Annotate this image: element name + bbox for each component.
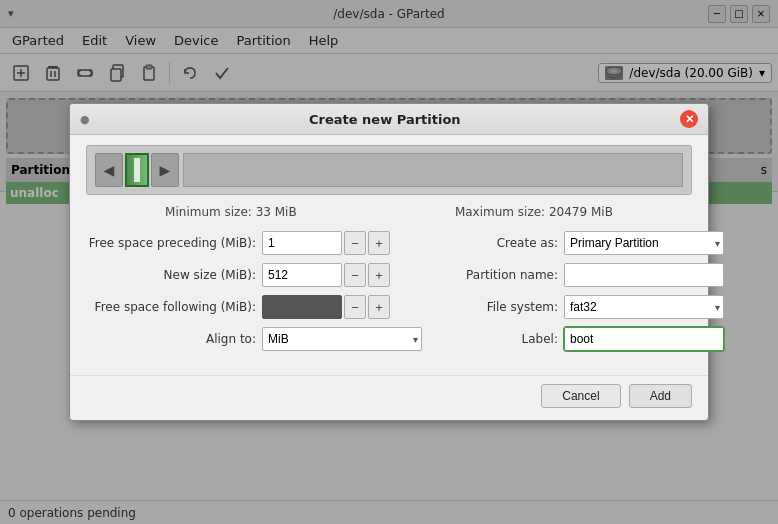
align-to-row: Align to: MiB None Cylinder ▾	[86, 327, 422, 351]
free-space-preceding-spingroup: − +	[262, 231, 390, 255]
free-space-following-row: Free space following (MiB): − +	[86, 295, 422, 319]
free-space-preceding-input[interactable]	[262, 231, 342, 255]
file-system-select-wrapper: fat32 ext4 ntfs ▾	[564, 295, 724, 319]
partition-preview: ◀ ▶	[86, 145, 692, 195]
partition-gray-bar	[183, 153, 683, 187]
create-as-select-wrapper: Primary Partition Extended Partition Log…	[564, 231, 724, 255]
free-space-following-label: Free space following (MiB):	[86, 300, 256, 314]
partition-block-inner	[134, 158, 140, 182]
dialog-buttons: Cancel Add	[70, 375, 708, 420]
modal-overlay: ● Create new Partition ✕ ◀ ▶ Minimum siz…	[0, 0, 778, 524]
cancel-button[interactable]: Cancel	[541, 384, 620, 408]
free-space-following-increase[interactable]: +	[368, 295, 390, 319]
partition-name-label: Partition name:	[438, 268, 558, 282]
free-space-following-input[interactable]	[262, 295, 342, 319]
label-input[interactable]	[564, 327, 724, 351]
align-to-select[interactable]: MiB None Cylinder	[262, 327, 422, 351]
free-space-preceding-increase[interactable]: +	[368, 231, 390, 255]
free-space-preceding-decrease[interactable]: −	[344, 231, 366, 255]
new-size-label: New size (MiB):	[86, 268, 256, 282]
arrow-left-button[interactable]: ◀	[95, 153, 123, 187]
new-size-row: New size (MiB): − +	[86, 263, 422, 287]
dialog-title-text: ●	[80, 113, 90, 126]
file-system-select[interactable]: fat32 ext4 ntfs	[564, 295, 724, 319]
form-left-col: Free space preceding (MiB): − + New size…	[86, 231, 422, 351]
file-system-label: File system:	[438, 300, 558, 314]
free-space-preceding-row: Free space preceding (MiB): − +	[86, 231, 422, 255]
free-space-following-decrease[interactable]: −	[344, 295, 366, 319]
partition-block	[125, 153, 149, 187]
dialog-title-bar: ● Create new Partition ✕	[70, 104, 708, 135]
minimum-size-text: Minimum size: 33 MiB	[165, 205, 297, 219]
new-size-increase[interactable]: +	[368, 263, 390, 287]
label-row: Label:	[438, 327, 724, 351]
new-size-input[interactable]	[262, 263, 342, 287]
create-as-row: Create as: Primary Partition Extended Pa…	[438, 231, 724, 255]
align-to-label: Align to:	[86, 332, 256, 346]
size-info: Minimum size: 33 MiB Maximum size: 20479…	[86, 205, 692, 219]
form-grid: Free space preceding (MiB): − + New size…	[86, 231, 692, 351]
create-as-label: Create as:	[438, 236, 558, 250]
create-partition-dialog: ● Create new Partition ✕ ◀ ▶ Minimum siz…	[69, 103, 709, 421]
free-space-following-spingroup: − +	[262, 295, 390, 319]
arrow-right-button[interactable]: ▶	[151, 153, 179, 187]
form-right-col: Create as: Primary Partition Extended Pa…	[438, 231, 724, 351]
partition-name-input[interactable]	[564, 263, 724, 287]
new-size-decrease[interactable]: −	[344, 263, 366, 287]
free-space-preceding-label: Free space preceding (MiB):	[86, 236, 256, 250]
dialog-body: ◀ ▶ Minimum size: 33 MiB Maximum size: 2…	[70, 135, 708, 375]
create-as-select[interactable]: Primary Partition Extended Partition Log…	[564, 231, 724, 255]
new-size-spingroup: − +	[262, 263, 390, 287]
partition-name-row: Partition name:	[438, 263, 724, 287]
add-button[interactable]: Add	[629, 384, 692, 408]
align-to-select-wrapper: MiB None Cylinder ▾	[262, 327, 422, 351]
dialog-close-button[interactable]: ✕	[680, 110, 698, 128]
maximum-size-text: Maximum size: 20479 MiB	[455, 205, 613, 219]
dialog-title: Create new Partition	[309, 112, 461, 127]
label-label: Label:	[438, 332, 558, 346]
file-system-row: File system: fat32 ext4 ntfs ▾	[438, 295, 724, 319]
partition-preview-left: ◀ ▶	[95, 153, 179, 187]
